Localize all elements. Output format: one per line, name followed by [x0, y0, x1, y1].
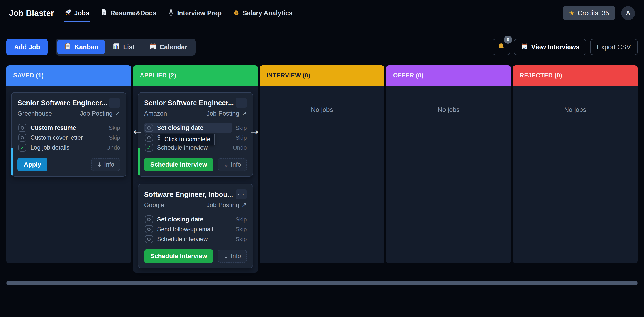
export-csv-button[interactable]: Export CSV: [590, 39, 638, 55]
empty-column-text: No jobs: [264, 106, 380, 114]
move-card-left-arrow[interactable]: ←: [134, 126, 142, 137]
checkbox-icon[interactable]: [18, 124, 26, 132]
column-body-offer: No jobs: [386, 86, 511, 263]
task-toggle[interactable]: Set closing date: [144, 123, 232, 133]
column-header-rejected: REJECTED (0): [513, 65, 638, 86]
task-checklist: Custom resume Skip Custom cover letter S…: [18, 123, 120, 152]
card-menu-button[interactable]: ···: [236, 98, 247, 108]
task-toggle[interactable]: Schedule interview: [144, 234, 232, 244]
info-button[interactable]: ↓ Info: [218, 250, 247, 263]
column-header-offer: OFFER (0): [386, 65, 511, 86]
task-toggle[interactable]: Custom cover letter: [18, 133, 106, 143]
svg-text:17: 17: [523, 46, 526, 49]
app-header: Job Blaster Jobs Resume&Docs Interview P…: [0, 0, 644, 27]
task-toggle[interactable]: Custom resume: [18, 123, 106, 133]
job-title: Software Engineer, Inbou...: [144, 189, 233, 199]
column-saved: SAVED (1) Senior Software Engineer... ··…: [6, 65, 131, 263]
column-header-applied: APPLIED (2): [133, 65, 258, 86]
undo-link[interactable]: Undo: [103, 144, 120, 151]
apply-button[interactable]: Apply: [18, 158, 48, 171]
view-kanban[interactable]: Kanban: [57, 40, 105, 54]
checkbox-icon[interactable]: [145, 235, 153, 243]
tab-salary-analytics[interactable]: $ Salary Analytics: [232, 6, 293, 21]
checkbox-checked-icon[interactable]: ✓: [145, 144, 153, 152]
job-posting-link[interactable]: Job Posting↗: [206, 110, 247, 117]
checkbox-icon[interactable]: [145, 215, 153, 223]
view-list[interactable]: List: [106, 40, 142, 54]
checkbox-icon[interactable]: [145, 124, 153, 132]
checkbox-icon[interactable]: [145, 225, 153, 233]
tab-label: Resume&Docs: [110, 10, 156, 17]
job-card-google[interactable]: Software Engineer, Inbou... ··· Google J…: [138, 184, 253, 268]
task-row: Custom cover letter Skip: [18, 133, 120, 143]
external-link-icon: ↗: [115, 110, 120, 117]
credits-label: Credits: 35: [578, 10, 609, 17]
company-name: Amazon: [144, 110, 167, 117]
down-arrow-icon: ↓: [224, 253, 229, 260]
calendar-icon: 17: [149, 43, 157, 52]
tab-interview-prep[interactable]: Interview Prep: [167, 6, 222, 21]
checkbox-checked-icon[interactable]: ✓: [18, 144, 26, 152]
column-rejected: REJECTED (0) No jobs: [513, 65, 638, 263]
notification-badge: 0: [504, 36, 512, 44]
task-row: Send follow-up email Skip: [144, 224, 247, 234]
bar-chart-icon: [112, 43, 120, 52]
external-link-icon: ↗: [242, 110, 246, 117]
column-body-applied: Senior Software Engineer... ··· Amazon J…: [133, 86, 258, 273]
avatar[interactable]: A: [621, 6, 635, 20]
column-body-interview: No jobs: [260, 86, 384, 263]
company-name: Google: [144, 201, 164, 209]
horizontal-scrollbar: [6, 281, 638, 285]
skip-link[interactable]: Skip: [232, 134, 247, 141]
external-link-icon: ↗: [242, 201, 246, 209]
tab-resume-docs[interactable]: Resume&Docs: [100, 6, 157, 21]
app-title: Job Blaster: [9, 9, 54, 18]
task-toggle[interactable]: ✓ Log job details: [18, 143, 103, 152]
column-header-interview: INTERVIEW (0): [260, 65, 384, 86]
job-card-amazon[interactable]: Senior Software Engineer... ··· Amazon J…: [138, 92, 253, 177]
down-arrow-icon: ↓: [224, 161, 229, 168]
view-interviews-label: View Interviews: [531, 44, 579, 51]
job-title: Senior Software Engineer...: [144, 98, 234, 107]
add-job-button[interactable]: Add Job: [6, 39, 48, 55]
tab-label: Salary Analytics: [242, 10, 292, 17]
skip-link[interactable]: Skip: [232, 124, 247, 131]
task-row: Set closing date Skip: [144, 214, 247, 224]
progress-accent-bar: [138, 148, 140, 175]
kanban-board: SAVED (1) Senior Software Engineer... ··…: [6, 65, 638, 273]
empty-column-text: No jobs: [391, 106, 506, 114]
tab-label: Jobs: [74, 10, 90, 17]
task-toggle[interactable]: Send follow-up email: [144, 224, 232, 234]
view-interviews-button[interactable]: 17 View Interviews: [514, 39, 586, 55]
column-interview: INTERVIEW (0) No jobs: [260, 65, 384, 263]
credits-button[interactable]: ★ Credits: 35: [563, 6, 615, 20]
card-menu-button[interactable]: ···: [236, 189, 247, 199]
skip-link[interactable]: Skip: [232, 216, 247, 223]
task-toggle[interactable]: Set closing date: [144, 214, 232, 224]
card-menu-button[interactable]: ···: [109, 98, 120, 108]
schedule-interview-button[interactable]: Schedule Interview: [144, 158, 214, 171]
document-icon: [100, 9, 108, 18]
progress-accent-bar: [11, 148, 13, 175]
schedule-interview-button[interactable]: Schedule Interview: [144, 249, 214, 263]
checkbox-icon[interactable]: [18, 134, 26, 142]
skip-link[interactable]: Skip: [106, 124, 120, 131]
skip-link[interactable]: Skip: [106, 134, 120, 141]
info-button[interactable]: ↓ Info: [218, 158, 247, 171]
info-button[interactable]: ↓ Info: [91, 158, 120, 171]
job-posting-link[interactable]: Job Posting↗: [206, 201, 247, 209]
checkbox-icon[interactable]: [145, 134, 153, 142]
skip-link[interactable]: Skip: [232, 236, 247, 243]
undo-link[interactable]: Undo: [230, 144, 246, 151]
scrollbar-thumb[interactable]: [6, 281, 638, 285]
view-calendar[interactable]: 17 Calendar: [142, 40, 194, 54]
notifications-button[interactable]: 0: [492, 39, 510, 55]
column-body-rejected: No jobs: [513, 86, 638, 263]
tab-jobs[interactable]: Jobs: [64, 6, 90, 21]
skip-link[interactable]: Skip: [232, 226, 247, 233]
column-body-saved: Senior Software Engineer... ··· Greenhou…: [6, 86, 131, 263]
job-posting-link[interactable]: Job Posting↗: [80, 110, 120, 117]
column-applied: APPLIED (2) Senior Software Engineer... …: [133, 65, 258, 273]
move-card-right-arrow[interactable]: →: [250, 126, 258, 137]
job-card-greenhouse[interactable]: Senior Software Engineer... ··· Greenhou…: [11, 92, 126, 177]
